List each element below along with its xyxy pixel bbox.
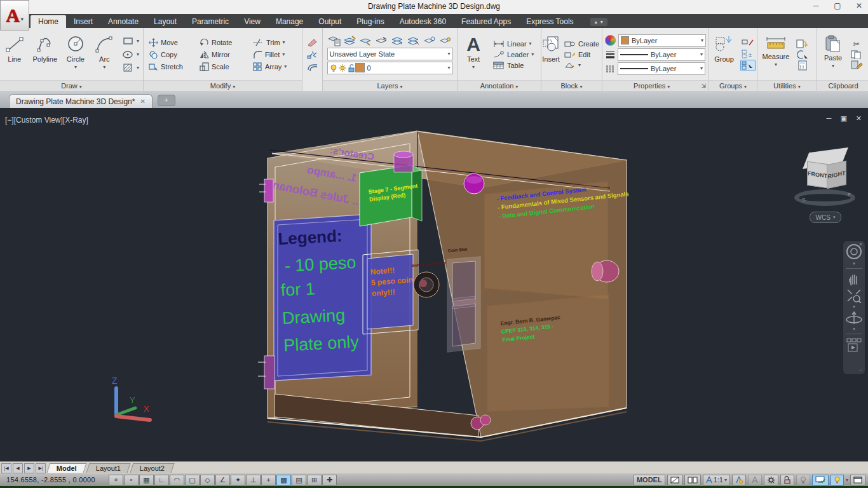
linear-dimension-button[interactable]: Linear▾ bbox=[491, 39, 536, 49]
viewcube-front-face[interactable]: FRONT bbox=[807, 161, 828, 189]
prev-layout-button[interactable]: ◀ bbox=[13, 463, 23, 473]
lineweight-dropdown[interactable]: ByLayer ▾ bbox=[618, 48, 705, 61]
close-tab-icon[interactable]: ✕ bbox=[140, 98, 145, 105]
toggle-snap-mode[interactable]: ▫ bbox=[124, 475, 139, 485]
erase-button[interactable] bbox=[306, 37, 319, 47]
ribbon-tab-autodesk360[interactable]: Autodesk 360 bbox=[392, 15, 454, 28]
last-layout-button[interactable]: ▶| bbox=[36, 463, 46, 473]
text-button[interactable]: A Text ▾ bbox=[458, 31, 489, 78]
array-button[interactable]: Array▾ bbox=[250, 61, 289, 72]
leader-button[interactable]: Leader▾ bbox=[491, 50, 536, 60]
ribbon-tab-view[interactable]: View bbox=[236, 15, 268, 28]
ribbon-tab-express-tools[interactable]: Express Tools bbox=[519, 15, 581, 28]
measure-button[interactable]: Measure ▾ bbox=[757, 31, 794, 78]
group-button[interactable]: Group bbox=[709, 31, 739, 78]
tab-layout2[interactable]: Layout2 bbox=[130, 463, 175, 473]
offset-button[interactable] bbox=[306, 62, 319, 72]
tab-model[interactable]: Model bbox=[47, 463, 87, 473]
clean-screen-button[interactable] bbox=[850, 475, 865, 485]
create-block-button[interactable]: Create bbox=[562, 39, 602, 49]
annotation-visibility-button[interactable] bbox=[732, 475, 746, 485]
mirror-button[interactable]: Mirror bbox=[197, 49, 250, 60]
layer-off-button[interactable] bbox=[407, 35, 421, 46]
status-menu-icon[interactable]: ▾ bbox=[846, 477, 848, 483]
maximize-button[interactable]: ▢ bbox=[832, 1, 843, 10]
toggle-snap-angle[interactable]: ∠ bbox=[215, 475, 230, 485]
ribbon-tab-featured-apps[interactable]: Featured Apps bbox=[454, 15, 519, 28]
polyline-button[interactable]: Polyline bbox=[29, 31, 61, 78]
workspace-switching-button[interactable] bbox=[764, 475, 778, 485]
panel-label-block[interactable]: Block ▾ bbox=[541, 80, 602, 91]
panel-label-utilities[interactable]: Utilities ▾ bbox=[757, 80, 817, 91]
quick-select-button[interactable] bbox=[796, 39, 810, 49]
paste-special-button[interactable] bbox=[850, 60, 863, 69]
ribbon-tab-insert[interactable]: Insert bbox=[66, 15, 100, 28]
showmotion-icon[interactable] bbox=[846, 337, 862, 353]
application-menu-button[interactable]: A ▾ bbox=[0, 0, 29, 30]
explode-button[interactable] bbox=[306, 50, 319, 60]
panel-label-modify[interactable]: Modify ▾ bbox=[144, 80, 302, 91]
toggle-selection-cycling[interactable]: ⊞ bbox=[307, 475, 322, 485]
arc-button[interactable]: Arc ▾ bbox=[90, 31, 119, 78]
viewcube[interactable]: S E FRONT RIGHT bbox=[793, 126, 859, 208]
ribbon-tab-home[interactable]: Home bbox=[31, 15, 66, 28]
toggle-object-snap[interactable]: ▢ bbox=[185, 475, 200, 485]
ribbon-tab-annotate[interactable]: Annotate bbox=[100, 15, 146, 28]
minimize-button[interactable]: ─ bbox=[811, 1, 821, 10]
copy-button[interactable]: Copy bbox=[146, 49, 197, 60]
layer-on-button[interactable] bbox=[438, 35, 452, 46]
navigation-bar[interactable]: ✕ ▾ ▾ ▾ − bbox=[843, 240, 865, 375]
viewcube-right-face[interactable]: RIGHT bbox=[827, 161, 846, 189]
layer-state-dropdown[interactable]: Unsaved Layer State ▾ bbox=[327, 48, 453, 60]
rectangle-button[interactable]: ▾ bbox=[120, 35, 142, 48]
quick-calc-button[interactable] bbox=[796, 60, 810, 71]
trim-button[interactable]: Trim▾ bbox=[250, 37, 288, 48]
viewport-close-icon[interactable]: ✕ bbox=[856, 114, 862, 123]
toggle-object-snap-tracking[interactable]: ◇ bbox=[200, 475, 215, 485]
panel-label-layers[interactable]: Layers ▾ bbox=[323, 80, 457, 91]
layer-properties-button[interactable] bbox=[327, 35, 341, 46]
ribbon-tab-plugins[interactable]: Plug-ins bbox=[349, 15, 391, 28]
toggle-annotation-monitor[interactable]: ✚ bbox=[322, 475, 337, 485]
toggle-3d-object-snap[interactable]: ✦ bbox=[231, 475, 245, 485]
circle-button[interactable]: Circle ▾ bbox=[61, 31, 90, 78]
scale-button[interactable]: Scale bbox=[197, 61, 250, 72]
viewport-controls[interactable]: [−][Custom View][X-Ray] bbox=[5, 116, 88, 125]
pan-icon[interactable] bbox=[846, 272, 862, 286]
fillet-button[interactable]: Fillet▾ bbox=[250, 49, 287, 60]
layer-freeze-button[interactable] bbox=[391, 35, 405, 46]
toggle-dynamic-ucs[interactable]: ⊥ bbox=[246, 475, 261, 485]
isolate-objects-button[interactable] bbox=[796, 475, 810, 485]
viewport-layout-button[interactable] bbox=[684, 475, 701, 485]
chevron-down-icon[interactable]: ▾ bbox=[853, 327, 855, 330]
toggle-infer-constraints[interactable]: ⌖ bbox=[109, 475, 123, 485]
file-tab-active[interactable]: Drawing Plate Machine 3D Design* ✕ bbox=[9, 94, 153, 108]
panel-launcher-icon[interactable]: ⇲ bbox=[701, 81, 706, 91]
navbar-customize-icon[interactable]: − bbox=[859, 367, 862, 373]
ribbon-tab-output[interactable]: Output bbox=[311, 15, 349, 28]
ribbon-tab-layout[interactable]: Layout bbox=[146, 15, 184, 28]
toggle-transparency[interactable]: ▩ bbox=[276, 475, 291, 485]
move-button[interactable]: Move bbox=[146, 37, 197, 48]
group-selection-toggle[interactable] bbox=[740, 60, 756, 71]
copy-clip-button[interactable] bbox=[850, 50, 863, 59]
stretch-button[interactable]: Stretch bbox=[146, 61, 197, 72]
chevron-down-icon[interactable]: ▾ bbox=[853, 262, 855, 265]
panel-label-annotation[interactable]: Annotation ▾ bbox=[458, 80, 541, 91]
panel-label-properties[interactable]: Properties ▾ ⇲ bbox=[602, 80, 709, 91]
autoscale-button[interactable] bbox=[748, 475, 762, 485]
panel-label-groups[interactable]: Groups ▾ bbox=[709, 80, 757, 91]
paste-button[interactable]: Paste ▾ bbox=[817, 31, 849, 78]
edit-block-button[interactable]: Edit bbox=[562, 50, 602, 60]
viewport-minimize-button[interactable] bbox=[667, 475, 682, 485]
insert-block-button[interactable]: Insert bbox=[541, 31, 560, 78]
ribbon-tab-parametric[interactable]: Parametric bbox=[184, 15, 236, 28]
toggle-ortho-mode[interactable]: ∟ bbox=[154, 475, 169, 485]
id-point-button[interactable] bbox=[796, 50, 810, 60]
chevron-down-icon[interactable]: ▾ bbox=[853, 305, 855, 308]
toggle-quick-properties[interactable]: ▤ bbox=[292, 475, 306, 485]
edit-attributes-button[interactable]: ▾ bbox=[562, 60, 602, 71]
drawing-canvas[interactable]: Creator's: 1. ...ampo 2. A... Jules Bolo… bbox=[0, 108, 868, 461]
orbit-icon[interactable] bbox=[845, 310, 863, 325]
graphics-performance-button[interactable] bbox=[812, 475, 829, 485]
